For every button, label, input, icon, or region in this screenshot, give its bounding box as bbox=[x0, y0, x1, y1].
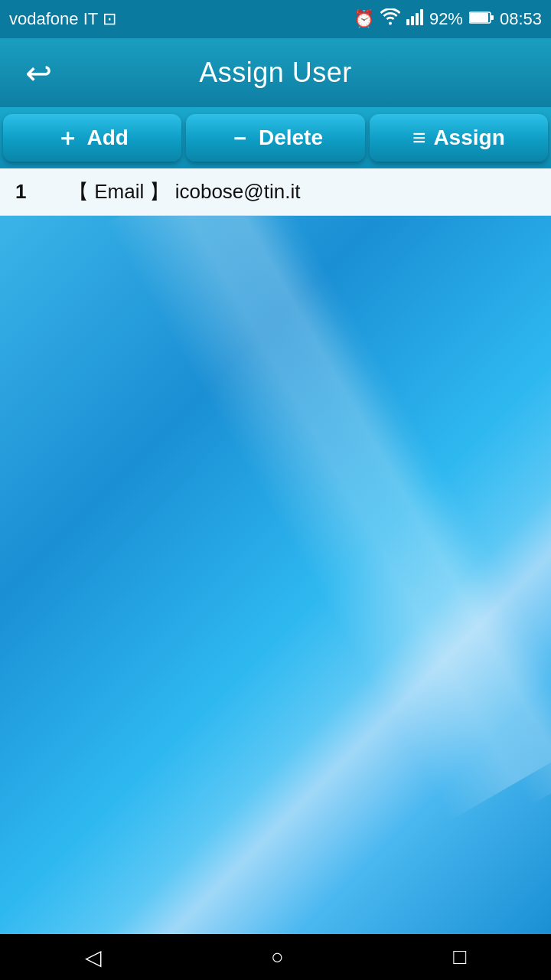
user-list: 1 【 Email 】 icobose@tin.it bbox=[0, 168, 551, 216]
app-header: ↩ Assign User bbox=[0, 38, 551, 107]
svg-rect-0 bbox=[406, 19, 409, 25]
wifi-icon bbox=[380, 8, 400, 30]
signal-icon bbox=[406, 8, 423, 30]
nav-bar: ◁ ○ □ bbox=[0, 934, 551, 980]
status-bar: vodafone IT ⊡ ⏰ 92% 08:53 bbox=[0, 0, 551, 38]
email-bracket-label: 【 Email 】 bbox=[69, 180, 169, 203]
battery-icon bbox=[469, 9, 494, 29]
nav-recent-button[interactable]: □ bbox=[438, 939, 481, 975]
carrier-text: vodafone IT bbox=[9, 9, 98, 29]
svg-rect-6 bbox=[491, 15, 494, 20]
delete-label: Delete bbox=[259, 126, 323, 150]
add-button[interactable]: ＋ Add bbox=[3, 114, 181, 162]
row-index: 1 bbox=[15, 180, 38, 204]
svg-rect-5 bbox=[470, 13, 488, 22]
page-title: Assign User bbox=[199, 57, 352, 89]
minus-icon: － bbox=[228, 122, 251, 154]
email-value: icobose@tin.it bbox=[175, 180, 301, 203]
alarm-icon: ⏰ bbox=[354, 9, 374, 29]
svg-rect-3 bbox=[420, 9, 423, 25]
svg-rect-2 bbox=[416, 13, 419, 25]
row-email-content: 【 Email 】 icobose@tin.it bbox=[69, 178, 300, 205]
nav-home-button[interactable]: ○ bbox=[256, 939, 299, 975]
battery-text: 92% bbox=[429, 9, 463, 29]
bg-shine-2 bbox=[186, 216, 551, 805]
table-row[interactable]: 1 【 Email 】 icobose@tin.it bbox=[0, 168, 551, 216]
assign-label: Assign bbox=[433, 126, 504, 150]
list-icon: ≡ bbox=[412, 125, 426, 151]
screen-record-icon: ⊡ bbox=[103, 9, 116, 29]
assign-button[interactable]: ≡ Assign bbox=[370, 114, 548, 162]
svg-rect-1 bbox=[411, 16, 414, 25]
add-label: Add bbox=[86, 126, 128, 150]
status-right: ⏰ 92% 08:53 bbox=[354, 8, 542, 30]
toolbar: ＋ Add － Delete ≡ Assign bbox=[0, 107, 551, 168]
nav-back-button[interactable]: ◁ bbox=[70, 939, 117, 976]
status-left: vodafone IT ⊡ bbox=[9, 9, 116, 29]
back-button[interactable]: ↩ bbox=[15, 50, 61, 96]
background-area bbox=[0, 216, 551, 934]
plus-icon: ＋ bbox=[56, 122, 79, 154]
delete-button[interactable]: － Delete bbox=[186, 114, 364, 162]
back-arrow-icon: ↩ bbox=[25, 54, 52, 92]
time-text: 08:53 bbox=[500, 9, 542, 29]
